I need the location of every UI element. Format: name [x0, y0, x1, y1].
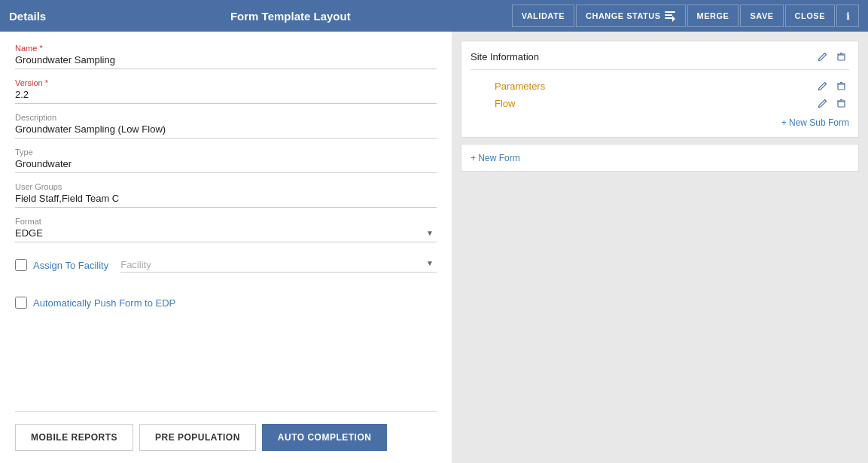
pre-population-button[interactable]: PRE POPULATION — [139, 424, 256, 451]
flow-edit-button[interactable] — [815, 97, 830, 110]
new-form-box: + New Form — [461, 144, 859, 172]
site-info-header: Site Information — [471, 50, 849, 63]
validate-button[interactable]: VALIDATE — [512, 5, 574, 27]
svg-rect-0 — [665, 11, 675, 13]
svg-rect-4 — [838, 55, 845, 60]
auto-push-label[interactable]: Automatically Push Form to EDP — [33, 297, 175, 309]
auto-push-checkbox-row: Automatically Push Form to EDP — [15, 297, 437, 309]
description-field-group: Description — [15, 113, 437, 139]
site-info-delete-button[interactable] — [833, 50, 849, 63]
new-form-button[interactable]: + New Form — [471, 153, 520, 163]
format-field-group: Format EDGE PDF Other ▼ — [15, 217, 437, 242]
right-panel: Site Information — [452, 32, 868, 463]
site-info-title: Site Information — [471, 51, 539, 62]
info-button[interactable]: ℹ — [836, 5, 859, 27]
version-field-group: Version * — [15, 78, 437, 104]
header: Details Form Template Layout VALIDATE CH… — [0, 0, 868, 32]
save-button[interactable]: SAVE — [740, 5, 783, 27]
sub-item-flow-label: Flow — [495, 98, 515, 109]
trash-icon — [836, 99, 846, 108]
name-label: Name * — [15, 44, 437, 53]
details-label: Details — [9, 10, 69, 23]
main-content: Name * Version * Description Type User G… — [0, 32, 868, 463]
header-actions: VALIDATE CHANGE STATUS MERGE SAVE CLOSE … — [512, 5, 859, 27]
mobile-reports-button[interactable]: MOBILE REPORTS — [15, 424, 133, 451]
format-select-wrapper: EDGE PDF Other ▼ — [15, 227, 437, 242]
pencil-icon — [818, 81, 827, 91]
close-button[interactable]: CLOSE — [785, 5, 835, 27]
user-groups-field-group: User Groups — [15, 182, 437, 208]
pencil-icon — [818, 99, 827, 108]
version-label: Version * — [15, 78, 437, 87]
bottom-buttons: MOBILE REPORTS PRE POPULATION AUTO COMPL… — [15, 411, 437, 451]
assign-facility-checkbox[interactable] — [15, 259, 27, 271]
svg-marker-3 — [672, 16, 675, 22]
auto-completion-button[interactable]: AUTO COMPLETION — [262, 424, 388, 451]
trash-icon — [836, 52, 846, 62]
version-input[interactable] — [15, 89, 437, 104]
user-groups-input[interactable] — [15, 193, 437, 208]
flow-delete-button[interactable] — [833, 97, 849, 110]
type-label: Type — [15, 148, 437, 157]
user-groups-label: User Groups — [15, 182, 437, 191]
parameters-actions — [815, 80, 849, 93]
info-icon: ℹ — [846, 11, 850, 22]
change-status-button[interactable]: CHANGE STATUS — [576, 5, 686, 27]
assign-facility-checkbox-row: Assign To Facility Facility ▼ — [15, 257, 437, 273]
site-info-edit-button[interactable] — [815, 50, 830, 63]
format-select[interactable]: EDGE PDF Other — [15, 227, 437, 242]
facility-select[interactable] — [120, 257, 437, 273]
format-label: Format — [15, 217, 437, 226]
sub-item-parameters-label: Parameters — [495, 81, 545, 92]
type-field-group: Type — [15, 148, 437, 173]
change-status-icon — [664, 10, 676, 22]
flow-actions — [815, 97, 849, 110]
svg-rect-10 — [838, 102, 845, 107]
page-title: Form Template Layout — [69, 10, 512, 23]
pencil-icon — [818, 52, 827, 62]
merge-button[interactable]: MERGE — [687, 5, 739, 27]
name-input[interactable] — [15, 54, 437, 69]
new-sub-form-row: + New Sub Form — [471, 112, 849, 128]
facility-select-wrapper: Facility ▼ — [120, 257, 437, 273]
site-info-actions — [815, 50, 849, 63]
svg-rect-7 — [838, 84, 845, 90]
parameters-edit-button[interactable] — [815, 80, 830, 93]
name-field-group: Name * — [15, 44, 437, 69]
divider — [471, 69, 849, 70]
auto-push-checkbox[interactable] — [15, 297, 27, 309]
left-panel: Name * Version * Description Type User G… — [0, 32, 452, 463]
sub-item-flow: Flow — [495, 95, 849, 112]
assign-facility-label[interactable]: Assign To Facility — [33, 260, 108, 271]
type-input[interactable] — [15, 158, 437, 173]
svg-rect-1 — [665, 14, 672, 16]
sub-item-parameters: Parameters — [495, 78, 849, 95]
site-info-box: Site Information — [461, 41, 859, 138]
trash-icon — [836, 81, 846, 91]
description-input[interactable] — [15, 123, 437, 139]
parameters-delete-button[interactable] — [833, 80, 849, 93]
assign-facility-row: Assign To Facility Facility ▼ — [15, 251, 437, 285]
sub-items: Parameters — [471, 78, 849, 112]
description-label: Description — [15, 113, 437, 122]
new-sub-form-button[interactable]: + New Sub Form — [781, 117, 849, 128]
